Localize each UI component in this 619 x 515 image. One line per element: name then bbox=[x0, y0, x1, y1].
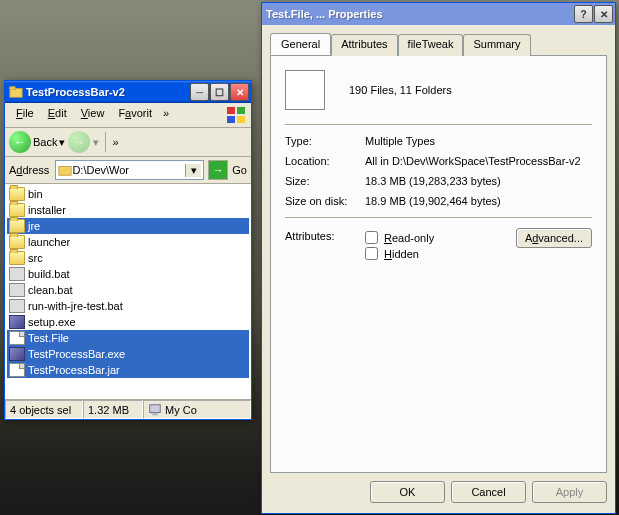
svg-rect-8 bbox=[152, 413, 157, 415]
help-button[interactable]: ? bbox=[574, 5, 593, 23]
file-summary: 190 Files, 11 Folders bbox=[349, 84, 452, 96]
close-button[interactable]: ✕ bbox=[594, 5, 613, 23]
hidden-checkbox[interactable] bbox=[365, 247, 378, 260]
bat-icon bbox=[9, 283, 25, 297]
menu-edit[interactable]: Edit bbox=[41, 105, 74, 125]
file-name: run-with-jre-test.bat bbox=[28, 300, 123, 312]
address-bar: Address D:\Dev\Wor ▾ → Go bbox=[5, 157, 251, 184]
location-label: Location: bbox=[285, 155, 365, 167]
file-name: installer bbox=[28, 204, 66, 216]
forward-button[interactable]: → bbox=[68, 131, 90, 153]
folder-icon bbox=[58, 163, 72, 177]
ok-button[interactable]: OK bbox=[370, 481, 445, 503]
file-name: TestProcessBar.jar bbox=[28, 364, 120, 376]
file-item[interactable]: installer bbox=[7, 202, 249, 218]
svg-rect-1 bbox=[10, 87, 15, 90]
tab-general[interactable]: General bbox=[270, 33, 331, 55]
file-item[interactable]: launcher bbox=[7, 234, 249, 250]
file-name: setup.exe bbox=[28, 316, 76, 328]
toolbar-overflow[interactable]: » bbox=[112, 136, 118, 148]
file-name: jre bbox=[28, 220, 40, 232]
exe-icon bbox=[9, 315, 25, 329]
svg-rect-5 bbox=[237, 116, 245, 123]
file-icon bbox=[9, 363, 25, 377]
file-name: src bbox=[28, 252, 43, 264]
forward-dropdown-icon: ▾ bbox=[93, 136, 99, 149]
address-dropdown-icon[interactable]: ▾ bbox=[185, 164, 201, 177]
back-label: Back bbox=[33, 136, 57, 148]
exe-icon bbox=[9, 347, 25, 361]
file-item[interactable]: run-with-jre-test.bat bbox=[7, 298, 249, 314]
go-label: Go bbox=[232, 164, 247, 176]
readonly-checkbox[interactable] bbox=[365, 231, 378, 244]
tab-strip: General Attributes fileTweak Summary bbox=[270, 33, 607, 55]
file-item[interactable]: TestProcessBar.jar bbox=[7, 362, 249, 378]
svg-rect-6 bbox=[59, 167, 71, 176]
sizeondisk-label: Size on disk: bbox=[285, 195, 365, 207]
menubar: File Edit View Favorit » bbox=[5, 103, 251, 128]
address-text: D:\Dev\Wor bbox=[72, 164, 185, 176]
file-name: build.bat bbox=[28, 268, 70, 280]
size-label: Size: bbox=[285, 175, 365, 187]
explorer-window: TestProcessBar-v2 ─ ☐ ✕ File Edit View F… bbox=[4, 80, 252, 420]
toolbar: ← Back ▾ → ▾ » bbox=[5, 128, 251, 157]
file-item[interactable]: jre bbox=[7, 218, 249, 234]
file-item[interactable]: TestProcessBar.exe bbox=[7, 346, 249, 362]
tab-panel-general: 190 Files, 11 Folders Type:Multiple Type… bbox=[270, 55, 607, 473]
hidden-label: Hidden bbox=[384, 248, 419, 260]
back-button[interactable]: ← Back ▾ bbox=[9, 131, 65, 153]
back-arrow-icon: ← bbox=[9, 131, 31, 153]
minimize-button[interactable]: ─ bbox=[190, 83, 209, 101]
back-dropdown-icon[interactable]: ▾ bbox=[59, 136, 65, 149]
folder-icon bbox=[9, 187, 25, 201]
svg-rect-2 bbox=[227, 107, 235, 114]
file-item[interactable]: clean.bat bbox=[7, 282, 249, 298]
type-value: Multiple Types bbox=[365, 135, 592, 147]
attributes-label: Attributes: bbox=[285, 228, 365, 242]
file-name: TestProcessBar.exe bbox=[28, 348, 125, 360]
close-button[interactable]: ✕ bbox=[230, 83, 249, 101]
file-item[interactable]: Test.File bbox=[7, 330, 249, 346]
status-bar: 4 objects sel 1.32 MB My Co bbox=[5, 399, 251, 419]
menu-favorites[interactable]: Favorit bbox=[111, 105, 159, 125]
file-item[interactable]: build.bat bbox=[7, 266, 249, 282]
file-name: Test.File bbox=[28, 332, 69, 344]
folder-icon bbox=[9, 235, 25, 249]
status-size: 1.32 MB bbox=[83, 400, 143, 419]
folder-icon bbox=[9, 203, 25, 217]
menu-overflow[interactable]: » bbox=[159, 105, 173, 125]
file-name: launcher bbox=[28, 236, 70, 248]
file-item[interactable]: setup.exe bbox=[7, 314, 249, 330]
menu-file[interactable]: File bbox=[9, 105, 41, 125]
go-button[interactable]: → bbox=[208, 160, 228, 180]
file-item[interactable]: bin bbox=[7, 186, 249, 202]
location-value: All in D:\Dev\WorkSpace\TestProcessBar-v… bbox=[365, 155, 592, 167]
folder-icon bbox=[9, 251, 25, 265]
tab-filetweak[interactable]: fileTweak bbox=[398, 34, 464, 56]
status-selection: 4 objects sel bbox=[5, 400, 83, 419]
maximize-button[interactable]: ☐ bbox=[210, 83, 229, 101]
file-item[interactable]: src bbox=[7, 250, 249, 266]
tab-attributes[interactable]: Attributes bbox=[331, 34, 397, 56]
address-combo[interactable]: D:\Dev\Wor ▾ bbox=[55, 160, 204, 180]
file-list[interactable]: bininstallerjrelaunchersrcbuild.batclean… bbox=[5, 184, 251, 399]
cancel-button[interactable]: Cancel bbox=[451, 481, 526, 503]
explorer-titlebar[interactable]: TestProcessBar-v2 ─ ☐ ✕ bbox=[5, 81, 251, 103]
folder-icon bbox=[9, 219, 25, 233]
explorer-title: TestProcessBar-v2 bbox=[26, 86, 190, 98]
apply-button[interactable]: Apply bbox=[532, 481, 607, 503]
menu-view[interactable]: View bbox=[74, 105, 112, 125]
properties-titlebar[interactable]: Test.File, ... Properties ? ✕ bbox=[262, 3, 615, 25]
file-name: clean.bat bbox=[28, 284, 73, 296]
bat-icon bbox=[9, 299, 25, 313]
svg-rect-4 bbox=[227, 116, 235, 123]
advanced-button[interactable]: Advanced... bbox=[516, 228, 592, 248]
properties-title: Test.File, ... Properties bbox=[266, 8, 574, 20]
type-label: Type: bbox=[285, 135, 365, 147]
file-icon bbox=[9, 331, 25, 345]
size-value: 18.3 MB (19,283,233 bytes) bbox=[365, 175, 592, 187]
status-location: My Co bbox=[143, 400, 251, 419]
computer-icon bbox=[148, 403, 162, 417]
multi-file-icon bbox=[285, 70, 325, 110]
tab-summary[interactable]: Summary bbox=[463, 34, 530, 56]
